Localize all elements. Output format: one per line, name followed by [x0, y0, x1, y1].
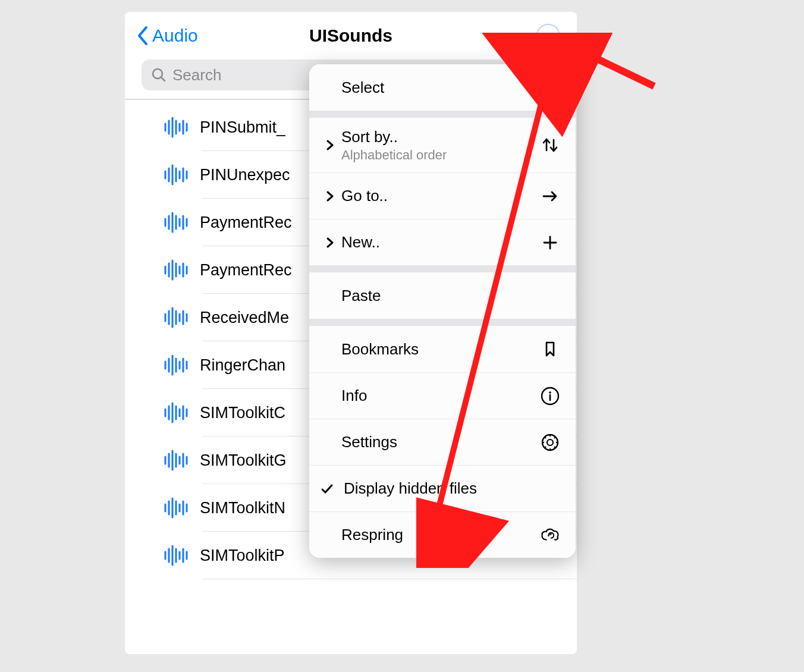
audio-wave-icon [163, 401, 189, 425]
info-icon [540, 386, 560, 406]
svg-line-90 [545, 437, 546, 438]
menu-info[interactable]: Info [309, 372, 576, 419]
svg-line-4 [161, 77, 165, 81]
menu-select[interactable]: Select [309, 64, 576, 111]
svg-point-2 [552, 34, 555, 37]
chevron-right-icon [325, 237, 335, 249]
menu-respring[interactable]: Respring [309, 511, 576, 558]
header-bar: Audio UISounds [125, 12, 577, 55]
chevron-left-icon [136, 25, 150, 46]
back-button[interactable]: Audio [136, 25, 198, 46]
audio-wave-icon [163, 163, 189, 187]
svg-line-91 [554, 447, 555, 448]
menu-sort-by-label: Sort by.. [341, 128, 534, 146]
menu-new[interactable]: New.. [309, 219, 576, 265]
page-title: UISounds [309, 26, 392, 46]
svg-line-92 [554, 437, 555, 438]
menu-go-to-label: Go to.. [341, 187, 534, 205]
file-name: SIMToolkitC [200, 404, 285, 422]
audio-wave-icon [163, 496, 189, 520]
svg-line-93 [545, 447, 546, 448]
menu-respring-label: Respring [341, 526, 534, 544]
chevron-right-icon [325, 190, 335, 202]
file-name: RingerChan [200, 356, 285, 375]
menu-new-label: New.. [341, 233, 534, 252]
more-options-button[interactable] [536, 24, 560, 48]
arrow-right-icon [540, 186, 560, 206]
audio-wave-icon [163, 258, 189, 282]
svg-point-85 [547, 439, 553, 445]
file-name: SIMToolkitN [200, 499, 285, 517]
file-name: PINUnexpec [200, 166, 290, 184]
menu-settings[interactable]: Settings [309, 419, 576, 465]
sort-arrows-icon [540, 135, 560, 155]
menu-sort-by-sublabel: Alphabetical order [341, 147, 534, 163]
check-icon [320, 482, 334, 496]
ellipsis-icon [542, 34, 555, 37]
svg-point-0 [542, 34, 545, 37]
audio-wave-icon [163, 353, 189, 377]
menu-info-label: Info [341, 387, 534, 405]
cloud-reload-icon [540, 525, 560, 545]
menu-select-label: Select [341, 78, 534, 97]
file-name: SIMToolkitP [200, 547, 285, 565]
audio-wave-icon [163, 544, 189, 567]
audio-wave-icon [163, 306, 189, 329]
file-name: SIMToolkitG [200, 451, 287, 470]
gear-icon [540, 432, 560, 453]
audio-wave-icon [163, 211, 189, 234]
svg-point-1 [547, 34, 550, 37]
back-label: Audio [152, 26, 198, 46]
menu-bookmarks[interactable]: Bookmarks [309, 326, 576, 372]
file-name: PaymentRec [200, 213, 292, 232]
search-icon [151, 67, 167, 83]
audio-wave-icon [163, 448, 189, 472]
menu-bookmarks-label: Bookmarks [341, 340, 534, 359]
menu-display-hidden[interactable]: Display hidden files [309, 465, 576, 511]
svg-point-82 [549, 391, 551, 394]
chevron-right-icon [325, 139, 335, 151]
svg-line-94 [574, 48, 654, 86]
options-menu: Select Sort by.. Alphabetical order [309, 64, 576, 558]
bookmark-icon [540, 339, 560, 359]
menu-display-hidden-label: Display hidden files [344, 479, 560, 498]
menu-paste[interactable]: Paste [309, 272, 576, 319]
file-name: ReceivedMe [200, 309, 289, 327]
select-circle-check-icon [540, 77, 560, 98]
audio-wave-icon [163, 115, 189, 139]
menu-sort-by[interactable]: Sort by.. Alphabetical order [309, 118, 576, 172]
menu-go-to[interactable]: Go to.. [309, 172, 576, 219]
menu-settings-label: Settings [341, 433, 534, 451]
plus-icon [540, 233, 560, 253]
file-name: PINSubmit_ [200, 118, 285, 137]
menu-paste-label: Paste [341, 287, 560, 305]
file-name: PaymentRec [200, 261, 292, 280]
svg-point-75 [542, 79, 558, 96]
